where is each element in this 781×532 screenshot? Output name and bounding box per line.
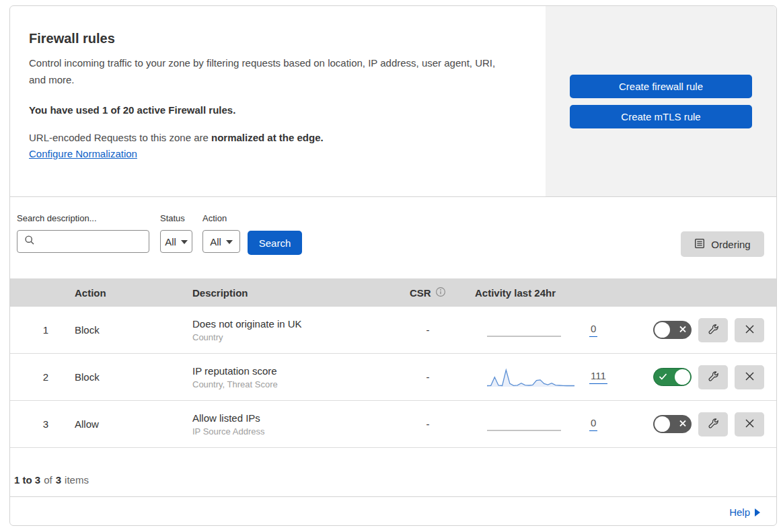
rule-description-cell: Allow listed IPs IP Source Address [183,412,391,436]
rules-table: Action Description CSR Activity last 24h… [10,278,776,448]
help-bar: Help [10,496,776,526]
edit-rule-button[interactable] [698,318,728,342]
status-filter-label: Status [160,213,192,223]
delete-rule-button[interactable] [735,318,764,342]
wrench-icon [708,371,719,384]
activity-cell: 0 [465,414,626,434]
table-header-row: Action Description CSR Activity last 24h… [10,278,776,307]
configure-normalization-link[interactable]: Configure Normalization [29,148,137,159]
close-icon [745,324,755,336]
items-of: of [44,474,52,486]
csr-value: - [391,371,465,383]
csr-value: - [391,324,465,336]
items-total: 3 [56,474,61,486]
activity-flat-line [487,320,574,340]
intro-section: Firewall rules Control incoming traffic … [10,6,776,197]
rule-controls [626,412,776,436]
info-icon[interactable] [435,287,446,299]
page-title: Firewall rules [29,31,525,46]
action-panel: Create firewall rule Create mTLS rule [546,6,776,196]
rule-action: Allow [65,418,183,430]
header-activity: Activity last 24hr [465,287,626,299]
ordering-list-icon [694,238,705,251]
help-link-label: Help [729,506,750,518]
rule-controls [626,365,776,389]
toggle-check-icon [659,372,667,382]
filter-bar: Search description... Status All Action … [10,197,776,278]
edit-rule-button[interactable] [698,412,728,436]
toggle-knob [655,416,670,432]
toggle-knob [675,369,690,385]
rule-description-cell: Does not originate in UK Country [183,318,391,342]
action-filter-value: All [210,236,221,248]
rule-priority: 2 [10,371,65,383]
create-mtls-rule-button[interactable]: Create mTLS rule [570,105,752,128]
normalization-text: URL-encoded Requests to this zone are [29,132,211,143]
intro-text: Firewall rules Control incoming traffic … [10,6,546,196]
header-csr-label: CSR [410,287,431,299]
delete-rule-button[interactable] [735,365,764,389]
wrench-icon [708,418,719,431]
header-csr: CSR [391,287,465,299]
search-button[interactable]: Search [248,231,302,255]
action-filter-label: Action [202,213,240,223]
rule-priority: 3 [10,418,65,430]
close-icon [745,371,755,383]
search-field-label: Search description... [17,213,149,223]
ordering-button[interactable]: Ordering [681,231,764,257]
rule-enabled-toggle[interactable] [653,321,692,339]
normalization-bold-text: normalized at the edge. [211,132,324,143]
normalization-note: URL-encoded Requests to this zone are no… [29,132,525,143]
table-row: 3 Allow Allow listed IPs IP Source Addre… [10,401,776,448]
activity-cell: 111 [465,367,626,387]
status-filter-value: All [165,236,176,248]
chevron-down-icon [226,240,233,244]
table-footer: 1 to 3 of 3 items [10,448,776,496]
search-input[interactable] [17,230,149,253]
toggle-x-icon [679,325,687,335]
search-icon [24,235,35,248]
toggle-knob [655,322,670,338]
firewall-rules-card: Firewall rules Control incoming traffic … [9,5,777,526]
rule-criteria: Country [192,332,391,342]
rule-description: IP reputation score [192,365,391,377]
rule-enabled-toggle[interactable] [653,368,692,386]
help-link[interactable]: Help [729,506,760,518]
toggle-x-icon [679,419,687,429]
rule-criteria: Country, Threat Score [192,379,391,389]
action-filter-group: Action All [202,213,240,253]
usage-summary: You have used 1 of 20 active Firewall ru… [29,104,525,116]
table-row: 1 Block Does not originate in UK Country… [10,307,776,354]
ordering-button-label: Ordering [711,239,750,250]
activity-flat-line [487,414,574,434]
rule-priority: 1 [10,324,65,336]
activity-sparkline [487,367,574,387]
status-filter-dropdown[interactable]: All [160,230,192,253]
header-action: Action [65,287,183,299]
chevron-right-icon [755,508,760,517]
items-range: 1 to 3 [14,474,40,486]
search-field-group: Search description... [17,213,149,253]
activity-count-link[interactable]: 0 [589,323,597,337]
create-firewall-rule-button[interactable]: Create firewall rule [570,75,752,98]
rule-description: Allow listed IPs [192,412,391,424]
table-row: 2 Block IP reputation score Country, Thr… [10,354,776,401]
edit-rule-button[interactable] [698,365,728,389]
wrench-icon [708,324,719,337]
close-icon [745,418,755,430]
chevron-down-icon [181,240,188,244]
activity-cell: 0 [465,320,626,340]
activity-count-link[interactable]: 0 [589,417,597,431]
items-word: items [65,474,89,486]
rule-description-cell: IP reputation score Country, Threat Scor… [183,365,391,389]
intro-description: Control incoming traffic to your zone by… [29,54,510,88]
rule-action: Block [65,371,183,383]
rule-description: Does not originate in UK [192,318,391,330]
activity-count-link[interactable]: 111 [589,370,607,384]
rule-enabled-toggle[interactable] [653,415,692,433]
delete-rule-button[interactable] [735,412,764,436]
action-filter-dropdown[interactable]: All [202,230,240,253]
csr-value: - [391,418,465,430]
rule-action: Block [65,324,183,336]
rule-criteria: IP Source Address [192,426,391,436]
